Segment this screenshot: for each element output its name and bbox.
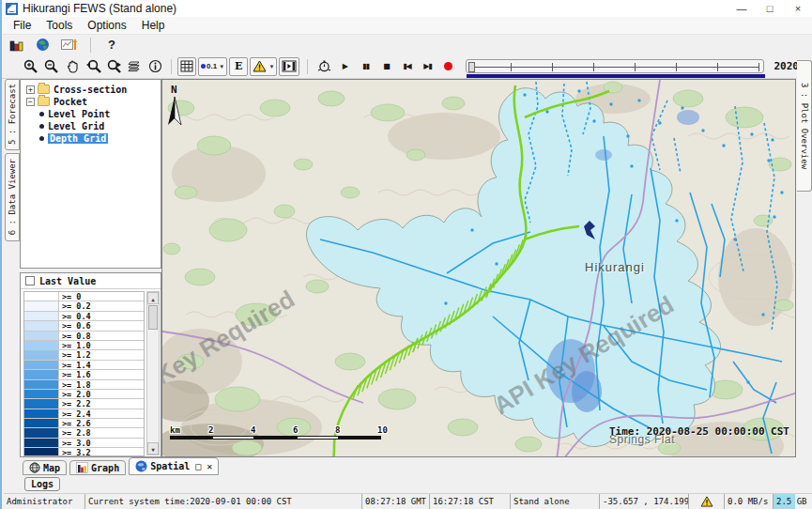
movie-button[interactable] <box>279 57 299 76</box>
help-button[interactable]: ? <box>102 38 121 52</box>
legend-row[interactable]: >= 1.8 <box>24 380 144 390</box>
layers-icon[interactable] <box>124 57 145 76</box>
tab-map[interactable]: Map <box>23 460 67 475</box>
legend-row[interactable]: >= 2.6 <box>24 419 144 428</box>
svg-text:N: N <box>171 84 177 96</box>
database-display-icon[interactable] <box>6 36 26 54</box>
tab-plot-overview[interactable]: 3 : Plot Overview <box>797 60 812 192</box>
legend-swatch <box>24 321 59 330</box>
stream-dot <box>495 262 498 265</box>
next-button[interactable]: ▶▮ <box>417 57 437 76</box>
legend-row[interactable]: >= 2.8 <box>24 428 144 438</box>
legend-row-label: >= 2.2 <box>59 399 91 408</box>
legend-row[interactable]: >= 2.4 <box>24 409 144 419</box>
status-warning-cell[interactable] <box>688 494 724 509</box>
legend-button[interactable]: E <box>229 57 248 76</box>
map-canvas[interactable]: N <box>162 80 796 457</box>
tree-node[interactable]: Level Point <box>26 108 161 119</box>
app-window: Hikurangi FEWS (Stand alone) — □ × FileT… <box>0 0 812 509</box>
tab-close-icon[interactable]: ✕ <box>207 461 212 471</box>
legend-row[interactable]: >= 2.2 <box>24 399 144 409</box>
app-logo-icon <box>6 3 18 15</box>
legend-row[interactable]: >= 1.2 <box>24 350 144 360</box>
record-dot-icon <box>444 62 452 70</box>
stream-dot <box>609 102 612 105</box>
toolbar-separator <box>90 38 91 53</box>
stream-line <box>733 362 776 403</box>
legend-scrollbar[interactable]: ▲ ▼ <box>146 291 160 455</box>
globe-display-icon[interactable] <box>32 36 53 54</box>
legend-row[interactable]: >= 1.0 <box>24 341 144 350</box>
timeline-slider[interactable] <box>466 59 764 73</box>
pause-button[interactable]: ▮▮ <box>355 57 375 76</box>
tree-node[interactable]: Depth Grid <box>26 132 161 144</box>
timeline-handle[interactable] <box>468 62 475 72</box>
legend-row[interactable]: >= 3.0 <box>24 439 144 448</box>
grid-button[interactable] <box>177 57 196 76</box>
tree-node[interactable]: Level Grid <box>26 120 161 131</box>
expand-icon[interactable]: + <box>26 85 35 94</box>
pan-hand-icon[interactable] <box>62 57 83 76</box>
legend-row-label: >= 1.8 <box>59 380 91 389</box>
legend-row[interactable]: >= 0.4 <box>24 312 144 321</box>
legend-row[interactable]: >= 0.8 <box>24 332 144 341</box>
menu-item-options[interactable]: Options <box>80 17 133 34</box>
legend-row[interactable]: >= 0 <box>24 292 144 301</box>
record-button[interactable] <box>437 57 458 76</box>
timer-button[interactable] <box>314 57 334 76</box>
warning-dropdown[interactable]: ▼ <box>250 57 277 76</box>
play-button[interactable]: ▶ <box>334 57 355 76</box>
info-icon[interactable] <box>145 57 165 76</box>
tree-node[interactable]: −Pocket <box>26 96 161 107</box>
zoom-previous-icon[interactable] <box>83 57 103 76</box>
tree-node-label: Cross-section <box>54 85 127 95</box>
tab-forecast[interactable]: 5 : Forecast <box>5 79 20 150</box>
scrollbar-thumb[interactable] <box>148 305 158 330</box>
menu-item-tools[interactable]: Tools <box>38 17 80 34</box>
tab-data-viewer[interactable]: 6 : Data Viewer <box>5 153 20 241</box>
tab-maximize-icon[interactable]: □ <box>195 461 201 471</box>
stream-dot <box>761 313 764 316</box>
title-bar: Hikurangi FEWS (Stand alone) — □ × <box>2 0 812 17</box>
timeline-track <box>470 67 759 68</box>
toolbar-separator <box>307 59 308 74</box>
node-bullet-icon <box>39 124 44 129</box>
minimize-button[interactable]: — <box>728 0 756 17</box>
vegetation-patch <box>442 97 465 110</box>
logs-button[interactable]: Logs <box>24 477 60 491</box>
legend-row[interactable]: >= 1.6 <box>24 370 144 379</box>
bottom-tab-bar: Map Graph Spatial □ ✕ <box>4 457 812 475</box>
vegetation-patch <box>260 100 290 116</box>
vegetation-patch <box>774 300 793 311</box>
tree-node[interactable]: +Cross-section <box>26 84 161 95</box>
legend-row[interactable]: >= 0.6 <box>24 321 144 331</box>
tab-graph[interactable]: Graph <box>69 460 126 475</box>
transport-controls: ▶▮▮■▮◀▶▮ <box>334 57 437 76</box>
maximize-button[interactable]: □ <box>756 0 784 17</box>
zoom-out-icon[interactable] <box>41 57 62 76</box>
interval-dropdown[interactable]: 0.1 ▼ <box>198 57 227 76</box>
legend-row-label: >= 0 <box>59 292 81 301</box>
stop-button[interactable]: ■ <box>375 57 396 76</box>
previous-button[interactable]: ▮◀ <box>396 57 417 76</box>
menu-item-help[interactable]: Help <box>134 17 173 34</box>
stream-dot <box>750 132 753 135</box>
scroll-up-icon[interactable]: ▲ <box>147 292 159 304</box>
last-value-checkbox[interactable] <box>25 276 35 285</box>
legend-swatch <box>24 332 59 340</box>
legend-row[interactable]: >= 2.0 <box>24 390 144 399</box>
zoom-next-icon[interactable] <box>103 57 124 76</box>
zoom-in-icon[interactable] <box>21 57 41 76</box>
legend-row[interactable]: >= 1.4 <box>24 361 144 370</box>
filter-tree: +Cross-section−PocketLevel PointLevel Gr… <box>20 79 161 269</box>
menu-item-file[interactable]: File <box>6 17 38 34</box>
tab-spatial[interactable]: Spatial □ ✕ <box>129 457 219 475</box>
legend-row[interactable]: >= 0.2 <box>24 301 144 311</box>
scroll-down-icon[interactable]: ▼ <box>147 442 159 455</box>
legend-row[interactable]: >= 3.2 <box>24 448 144 456</box>
stream-dot <box>592 119 595 122</box>
spatial-display-icon[interactable] <box>58 36 79 54</box>
close-button[interactable]: × <box>784 0 812 17</box>
collapse-icon[interactable]: − <box>26 98 35 106</box>
map-view[interactable]: N API Key Required API Key Required km 2… <box>161 79 796 457</box>
